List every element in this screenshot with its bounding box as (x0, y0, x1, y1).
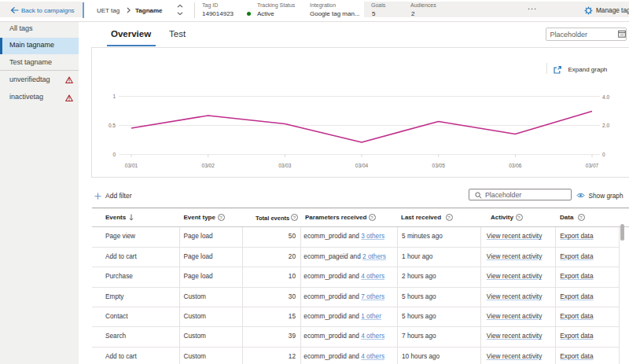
svg-text:03/02: 03/02 (202, 163, 215, 168)
svg-text:03/07: 03/07 (586, 163, 599, 168)
svg-text:2.0: 2.0 (602, 123, 609, 128)
svg-text:0.5: 0.5 (109, 123, 116, 128)
svg-text:1: 1 (112, 94, 116, 99)
svg-text:03/01: 03/01 (125, 163, 138, 168)
svg-text:0: 0 (602, 152, 605, 157)
svg-text:4.0: 4.0 (602, 94, 609, 100)
svg-text:0: 0 (112, 152, 116, 157)
svg-text:03/05: 03/05 (432, 163, 446, 168)
svg-text:03/04: 03/04 (355, 163, 369, 168)
svg-text:03/03: 03/03 (278, 163, 292, 168)
svg-text:03/06: 03/06 (509, 163, 522, 168)
